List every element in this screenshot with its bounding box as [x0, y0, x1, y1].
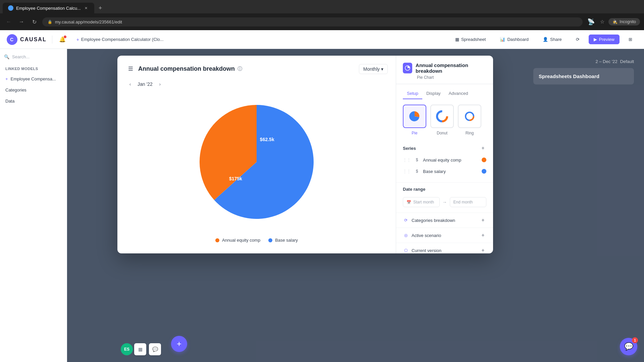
history-button[interactable]: ⟳: [571, 35, 585, 44]
sidebar: 🔍 Search... Linked models + Employee Com…: [0, 49, 67, 362]
chart-legend: Annual equity comp Base salary: [125, 232, 388, 245]
series-drag-icon: ⋮⋮: [403, 158, 411, 162]
panel-tabs: Setup Display Advanced: [396, 84, 493, 99]
bookmark-icon[interactable]: ☆: [599, 17, 606, 26]
address-bar[interactable]: 🔒 my.causal.app/models/235661/edit: [42, 17, 583, 26]
chart-modal: ☰ Annual compensation breakdown ⓘ Monthl…: [117, 56, 493, 253]
panel-title-row: Annual compensation breakdown: [403, 62, 486, 74]
sidebar-item-categories[interactable]: Categories: [0, 85, 67, 95]
new-tab-button[interactable]: +: [96, 3, 105, 13]
share-button[interactable]: 👤 Share: [538, 35, 567, 44]
date-prev-button[interactable]: ‹: [125, 79, 135, 89]
current-version-header[interactable]: ⬡ Current version +: [403, 243, 486, 253]
categories-breakdown-header[interactable]: ⟳ Categories breakdown +: [403, 213, 486, 228]
series-item-equity: ⋮⋮ $ Annual equity comp: [403, 154, 486, 166]
spreadsheets-dashboard-label: Spreadsheets Dashboard: [539, 73, 629, 79]
tab-setup[interactable]: Setup: [403, 88, 422, 99]
sidebar-item-data[interactable]: Data: [0, 96, 67, 106]
pie-type-label: Pie: [412, 131, 417, 135]
preview-play-icon: ▶: [594, 37, 597, 42]
main-content: 🔍 Search... Linked models + Employee Com…: [0, 49, 644, 362]
notification-wrapper: 🔔: [58, 35, 67, 44]
series-dollar-icon-2: $: [414, 168, 420, 175]
tab-close-button[interactable]: ✕: [84, 5, 89, 11]
app-header: C CAUSAL 🔔 + Employee Compensation Calcu…: [0, 30, 644, 49]
cast-icon[interactable]: 📡: [586, 17, 596, 27]
model-tab-plus-icon: +: [76, 37, 79, 42]
right-panel: Annual compensation breakdown Pie Chart …: [396, 56, 493, 253]
date-range-header: 2 – Dec '22 Default: [533, 59, 634, 64]
chart-header: ☰ Annual compensation breakdown ⓘ Monthl…: [125, 64, 388, 74]
spreadsheet-button[interactable]: ▦ Spreadsheet: [450, 35, 491, 44]
chart-info-icon[interactable]: ⓘ: [237, 66, 242, 72]
browser-tabs: Employee Compensation Calcu... ✕ +: [0, 0, 644, 13]
notification-dot: [64, 36, 66, 38]
notification-button[interactable]: 🔔: [58, 35, 67, 44]
donut-type-icon: [430, 105, 454, 128]
date-range-inputs: 📅 Start month → End month: [403, 197, 486, 207]
series-drag-icon-2: ⋮⋮: [403, 169, 411, 174]
start-month-input[interactable]: 📅 Start month: [403, 197, 440, 207]
sidebar-employee-label: Employee Compensa...: [11, 76, 56, 81]
spreadsheets-dashboard-card: Spreadsheets Dashboard: [533, 68, 634, 84]
categories-add-button[interactable]: +: [480, 217, 486, 224]
panel-chart-icon: [403, 63, 412, 73]
user-avatar[interactable]: ES: [121, 343, 133, 355]
date-range-arrow: →: [442, 199, 447, 205]
dashboard-button[interactable]: 📊 Dashboard: [495, 35, 534, 44]
tab-title: Employee Compensation Calcu...: [16, 6, 81, 11]
chat-fab-button[interactable]: 💬 1: [620, 338, 637, 355]
forward-button[interactable]: →: [17, 17, 26, 26]
browser-actions: 📡 ☆ 🕵 Incognito: [586, 17, 640, 27]
share-label: Share: [550, 37, 562, 42]
series-equity-color: [482, 158, 486, 162]
spreadsheet-bottom-icon[interactable]: ▦: [134, 343, 146, 355]
tab-display[interactable]: Display: [422, 88, 445, 99]
incognito-button[interactable]: 🕵 Incognito: [608, 18, 640, 25]
end-month-input[interactable]: End month: [450, 197, 487, 207]
preview-button[interactable]: ▶ Preview: [589, 35, 620, 44]
app-container: C CAUSAL 🔔 + Employee Compensation Calcu…: [0, 30, 644, 362]
browser-chrome: Employee Compensation Calcu... ✕ + ← → ↻…: [0, 0, 644, 30]
series-dollar-icon: $: [414, 157, 420, 163]
chart-type-donut[interactable]: Donut: [430, 105, 454, 135]
search-placeholder: Search...: [12, 54, 30, 59]
legend-blue-label: Base salary: [275, 238, 298, 243]
search-icon: 🔍: [4, 54, 9, 59]
pie-type-svg: [408, 110, 421, 123]
zoom-button[interactable]: ⊞: [624, 35, 637, 44]
legend-item-blue: Base salary: [268, 238, 298, 243]
panel-header: Annual compensation breakdown Pie Chart: [396, 56, 493, 84]
active-scenario-header[interactable]: ◎ Active scenario +: [403, 228, 486, 243]
preview-label: Preview: [599, 37, 614, 42]
active-scenario-icon: ◎: [403, 232, 409, 238]
start-month-placeholder: Start month: [413, 200, 434, 204]
sidebar-categories-label: Categories: [5, 87, 26, 93]
legend-dot-blue: [268, 238, 272, 242]
series-section: Series + ⋮⋮ $ Annual equity comp ⋮⋮: [396, 141, 493, 182]
incognito-icon: 🕵: [612, 19, 618, 24]
chart-type-ring[interactable]: Ring: [458, 105, 481, 135]
right-sidebar-info: 2 – Dec '22 Default Spreadsheets Dashboa…: [533, 59, 634, 88]
series-add-button[interactable]: +: [480, 145, 486, 152]
active-tab[interactable]: Employee Compensation Calcu... ✕: [3, 3, 94, 13]
categories-icon: ⟳: [403, 217, 409, 223]
current-version-add-button[interactable]: +: [480, 247, 486, 253]
sidebar-item-employee[interactable]: + Employee Compensa...: [0, 74, 67, 84]
current-version-section: ⬡ Current version +: [396, 243, 493, 253]
back-button[interactable]: ←: [4, 17, 13, 26]
active-scenario-add-button[interactable]: +: [480, 232, 486, 239]
logo-icon: C: [7, 34, 17, 45]
search-bar[interactable]: 🔍 Search...: [0, 54, 67, 63]
date-next-button[interactable]: ›: [155, 79, 165, 89]
comment-bottom-icon[interactable]: 💬: [149, 343, 161, 355]
bottom-bar: ▦ 💬: [134, 343, 161, 355]
chart-type-pie[interactable]: Pie: [403, 105, 426, 135]
model-tab[interactable]: + Employee Compensation Calculator (Clo.…: [72, 35, 168, 44]
chart-menu-button[interactable]: ☰: [125, 64, 136, 74]
fab-button[interactable]: +: [171, 336, 187, 352]
monthly-dropdown[interactable]: Monthly ▾: [359, 64, 388, 74]
chat-icon: 💬: [624, 342, 633, 351]
tab-advanced[interactable]: Advanced: [445, 88, 472, 99]
reload-button[interactable]: ↻: [30, 17, 39, 26]
